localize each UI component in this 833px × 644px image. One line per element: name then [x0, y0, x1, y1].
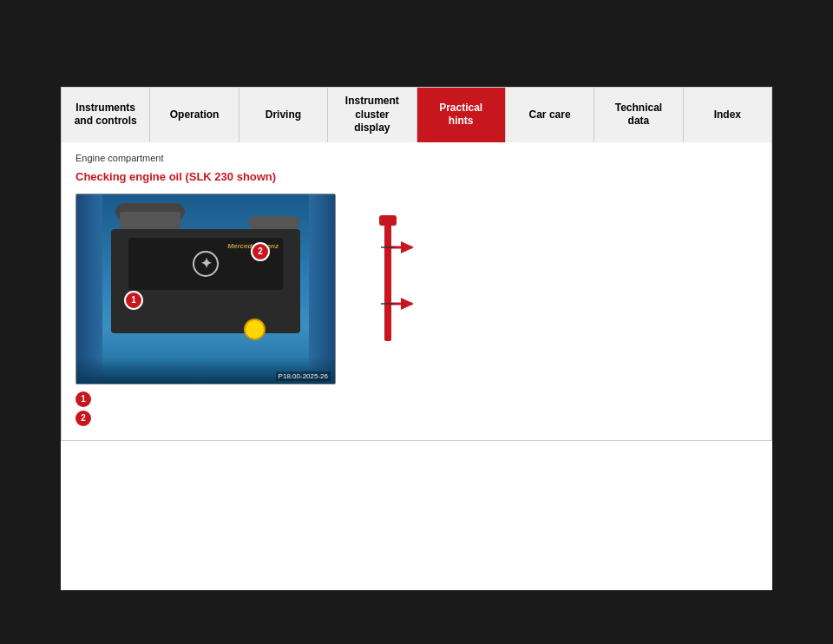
label-item-1: 1 [75, 391, 336, 407]
engine-label-2: 2 [251, 242, 270, 261]
nav-item-driving[interactable]: Driving [239, 88, 328, 142]
label-number-2: 2 [75, 411, 91, 426]
mercedes-logo: ✦ [193, 251, 219, 277]
engine-block: ✦ Mercedes-Benz [111, 229, 300, 333]
label-number-1: 1 [75, 391, 91, 407]
nav-item-index[interactable]: Index [684, 88, 771, 142]
content-body: ✦ Mercedes-Benz 1 2 P18.00-2025-26 [75, 194, 758, 430]
engine-bay: ✦ Mercedes-Benz 1 2 P18.00-2025-26 [76, 194, 335, 384]
nav-item-instrument-cluster[interactable]: Instrumentcluster display [328, 88, 416, 142]
nav-item-car-care[interactable]: Car care [506, 88, 594, 142]
dipstick-container [353, 211, 423, 350]
nav-bar: Instrumentsand controls Operation Drivin… [61, 87, 772, 142]
svg-rect-0 [384, 220, 391, 341]
main-content: Engine compartment Checking engine oil (… [61, 142, 772, 441]
engine-image: ✦ Mercedes-Benz 1 2 P18.00-2025-26 [75, 194, 336, 384]
hose-bottom [248, 216, 300, 229]
right-content [353, 194, 758, 430]
nav-item-instruments[interactable]: Instrumentsand controls [62, 88, 150, 142]
nav-item-practical-hints[interactable]: Practical hints [417, 88, 506, 142]
car-body-right [309, 194, 335, 384]
coolant-cap [244, 319, 266, 340]
section-title: Checking engine oil (SLK 230 shown) [75, 170, 758, 183]
labels-area: 1 2 [75, 391, 336, 426]
content-area: Instrumentsand controls Operation Drivin… [61, 87, 772, 590]
svg-rect-7 [379, 215, 397, 226]
dipstick-illustration [353, 211, 423, 350]
image-reference: P18.00-2025-26 [276, 371, 331, 381]
nav-item-technical-data[interactable]: Technicaldata [594, 88, 683, 142]
label-item-2: 2 [75, 411, 336, 426]
car-body-left [76, 194, 102, 384]
page-wrapper: Instrumentsand controls Operation Drivin… [0, 0, 833, 644]
left-content: ✦ Mercedes-Benz 1 2 P18.00-2025-26 [75, 194, 336, 430]
engine-label-1: 1 [124, 291, 143, 310]
nav-item-operation[interactable]: Operation [150, 88, 239, 142]
breadcrumb: Engine compartment [75, 153, 758, 163]
